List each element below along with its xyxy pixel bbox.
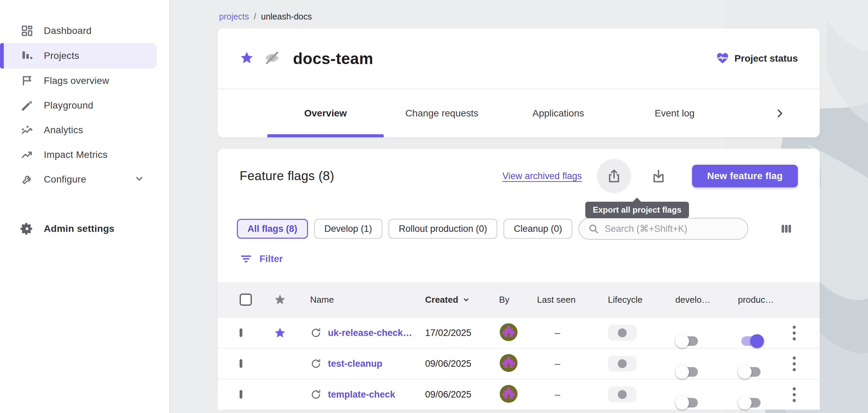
- feature-flags-card: Feature flags (8) View archived flags Ne…: [218, 149, 820, 395]
- view-archived-flags-link[interactable]: View archived flags: [502, 171, 582, 182]
- tab-change-requests[interactable]: Change requests: [384, 89, 500, 137]
- sidebar-item-impact-metrics[interactable]: Impact Metrics: [0, 142, 169, 167]
- table-header-row: Name Created By Last seen Lifecycle deve…: [218, 282, 820, 317]
- row-checkbox[interactable]: [240, 359, 242, 368]
- tab-applications[interactable]: Applications: [500, 89, 616, 137]
- flags-actions: View archived flags New feature flag: [502, 159, 798, 193]
- sidebar-item-admin-settings[interactable]: Admin settings: [0, 216, 169, 241]
- sidebar-item-configure[interactable]: Configure: [0, 167, 169, 192]
- star-icon: [274, 327, 286, 339]
- sidebar-item-label: Configure: [44, 174, 86, 185]
- export-icon: [607, 168, 622, 184]
- chip-rollout-production[interactable]: Rollout production (0): [388, 219, 497, 239]
- export-flags-button[interactable]: [597, 159, 631, 193]
- last-seen-value: –: [537, 358, 608, 369]
- sort-desc-icon: [462, 295, 471, 304]
- gear-icon: [21, 222, 34, 235]
- select-all-checkbox[interactable]: [240, 293, 252, 306]
- breadcrumb-projects-link[interactable]: projects: [219, 12, 249, 22]
- filter-button[interactable]: Filter: [218, 249, 820, 268]
- wrench-icon: [21, 173, 34, 186]
- column-header-develop[interactable]: develo…: [675, 295, 738, 305]
- chip-all-flags[interactable]: All flags (8): [237, 219, 308, 239]
- project-title: docs-team: [293, 49, 373, 68]
- filter-icon: [240, 252, 253, 265]
- sidebar-item-playground[interactable]: Playground: [0, 93, 169, 118]
- search-input[interactable]: [604, 224, 739, 234]
- favorite-star-icon[interactable]: [240, 51, 254, 66]
- row-menu-button[interactable]: [793, 387, 798, 402]
- search-icon: [588, 223, 599, 235]
- row-favorite-star[interactable]: [274, 327, 310, 339]
- project-status-button[interactable]: Project status: [716, 52, 798, 65]
- sidebar-item-label: Dashboard: [44, 25, 92, 36]
- avatar[interactable]: [499, 353, 537, 374]
- lifecycle-sync-icon: [310, 389, 322, 400]
- chip-develop[interactable]: Develop (1): [314, 219, 383, 239]
- import-flags-button[interactable]: [641, 159, 676, 193]
- sidebar-item-dashboard[interactable]: Dashboard: [0, 18, 169, 43]
- favorite-column-header[interactable]: [274, 293, 310, 306]
- flag-name-link[interactable]: uk-release-check…: [328, 328, 412, 338]
- star-icon: [274, 293, 286, 306]
- chip-cleanup[interactable]: Cleanup (0): [503, 219, 572, 239]
- chevron-down-icon: [134, 174, 144, 185]
- columns-settings-button[interactable]: [779, 222, 793, 236]
- columns-icon: [779, 222, 793, 236]
- tab-event-log[interactable]: Event log: [616, 89, 733, 137]
- avatar[interactable]: [499, 384, 537, 405]
- flags-table: Name Created By Last seen Lifecycle deve…: [218, 282, 820, 410]
- projects-icon: [21, 49, 34, 62]
- last-seen-value: –: [537, 389, 608, 400]
- flag-name-link[interactable]: template-check: [328, 389, 395, 400]
- avatar[interactable]: [499, 323, 537, 343]
- row-checkbox[interactable]: [240, 328, 242, 337]
- export-tooltip: Export all project flags: [585, 202, 689, 218]
- flag-filter-chips: All flags (8) Develop (1) Rollout produc…: [218, 218, 820, 240]
- sidebar-item-label: Projects: [44, 50, 79, 61]
- sidebar-item-flags-overview[interactable]: Flags overview: [0, 68, 169, 93]
- sidebar-item-label: Analytics: [44, 125, 83, 136]
- new-feature-flag-button[interactable]: New feature flag: [692, 165, 798, 187]
- row-menu-button[interactable]: [793, 326, 798, 340]
- flags-search[interactable]: [578, 218, 748, 240]
- lifecycle-badge[interactable]: [608, 325, 637, 341]
- row-menu-button[interactable]: [793, 356, 798, 371]
- column-header-by[interactable]: By: [499, 295, 537, 305]
- column-header-last-seen[interactable]: Last seen: [537, 295, 608, 305]
- trending-up-icon: [21, 148, 34, 161]
- flags-title: Feature flags (8): [240, 169, 334, 183]
- import-icon: [651, 168, 666, 184]
- sidebar-item-label: Playground: [44, 100, 93, 111]
- last-seen-value: –: [537, 327, 608, 338]
- tabs-scroll-right-button[interactable]: [774, 89, 786, 137]
- visibility-off-icon[interactable]: [264, 50, 280, 67]
- flag-name-link[interactable]: test-cleanup: [328, 359, 382, 369]
- heart-pulse-icon: [716, 52, 729, 65]
- row-checkbox[interactable]: [240, 390, 242, 399]
- project-status-label: Project status: [735, 53, 798, 64]
- lifecycle-stage-dot: [618, 328, 627, 337]
- project-header-card: docs-team Project status Overview Change…: [218, 28, 820, 137]
- sidebar-item-projects[interactable]: Projects: [0, 43, 157, 68]
- sidebar-item-label: Admin settings: [44, 223, 114, 234]
- column-header-production[interactable]: produc…: [738, 295, 791, 305]
- breadcrumb-current: unleash-docs: [261, 12, 312, 22]
- column-header-created[interactable]: Created: [425, 295, 499, 305]
- tab-overview[interactable]: Overview: [267, 89, 384, 137]
- table-row: uk-release-check… 17/02/2025 –: [218, 317, 820, 348]
- lifecycle-badge[interactable]: [608, 387, 637, 402]
- sidebar-item-analytics[interactable]: Analytics: [0, 118, 169, 142]
- created-date: 09/06/2025: [425, 359, 499, 369]
- created-date: 17/02/2025: [425, 328, 499, 338]
- chevron-right-icon: [774, 108, 786, 119]
- lifecycle-stage-dot: [618, 359, 627, 368]
- lifecycle-badge[interactable]: [608, 356, 637, 372]
- project-tabs: Overview Change requests Applications Ev…: [218, 89, 820, 137]
- sidebar-item-label: Flags overview: [44, 75, 109, 86]
- column-header-lifecycle[interactable]: Lifecycle: [608, 295, 675, 305]
- column-header-name[interactable]: Name: [310, 295, 425, 305]
- sidebar: Dashboard Projects Flags overview Playgr…: [0, 0, 170, 413]
- breadcrumb: projects / unleash-docs: [170, 0, 868, 22]
- dashboard-icon: [21, 24, 34, 37]
